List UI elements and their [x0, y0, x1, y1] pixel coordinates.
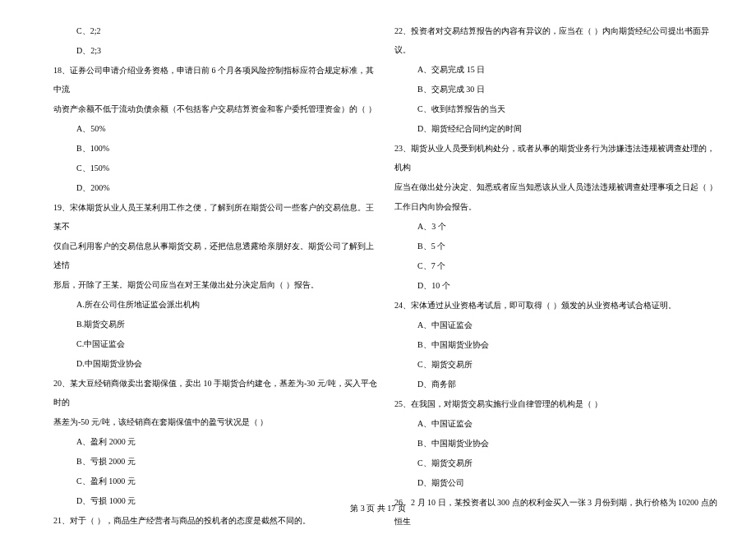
q23-stem-line1: 23、期货从业人员受到机构处分，或者从事的期货业务行为涉嫌违法违规被调查处理的，… [394, 139, 719, 177]
q19-stem-line3: 形后，开除了王某。期货公司应当在对王某做出处分决定后向（ ）报告。 [53, 275, 378, 294]
q19-stem-line2: 仅自己利用客户的交易信息从事期货交易，还把信息透露给亲朋好友。期货公司了解到上述… [53, 237, 378, 274]
q24-stem-line1: 24、宋体通过从业资格考试后，即可取得（ ）颁发的从业资格考试合格证明。 [394, 296, 719, 315]
q25-opt-a: A、中国证监会 [394, 414, 719, 433]
q20-opt-b: B、亏损 2000 元 [53, 452, 378, 471]
page-wrap: C、2;2 D、2;3 18、证券公司申请介绍业务资格，申请日前 6 个月各项风… [0, 0, 756, 493]
q24-opt-a: A、中国证监会 [394, 315, 719, 334]
q24-opt-d: D、商务部 [394, 375, 719, 394]
option-d: D、2;3 [53, 41, 378, 60]
q23-opt-b: B、5 个 [394, 237, 719, 255]
q19-opt-d: D.中国期货业协会 [53, 354, 378, 373]
page-footer: 第 3 页 共 17 页 [0, 503, 756, 514]
q18-opt-d: D、200% [53, 178, 378, 197]
q23-opt-a: A、3 个 [394, 217, 719, 236]
q22-opt-d: D、期货经纪合同约定的时间 [394, 119, 719, 138]
q23-opt-c: C、7 个 [394, 256, 719, 275]
q18-opt-b: B、100% [53, 139, 378, 158]
q20-opt-a: A、盈利 2000 元 [53, 432, 378, 451]
q19-opt-c: C.中国证监会 [53, 334, 378, 353]
q22-stem-line1: 22、投资者对交易结算报告的内容有异议的，应当在（ ）内向期货经纪公司提出书面异… [394, 21, 719, 59]
q23-stem-line2: 应当在做出处分决定、知悉或者应当知悉该从业人员违法违规被调查处理事项之日起（ ） [394, 177, 719, 196]
q18-stem-line2: 动资产余额不低于流动负债余额（不包括客户交易结算资金和客户委托管理资金）的（ ） [53, 99, 378, 118]
q25-opt-c: C、期货交易所 [394, 453, 719, 472]
q18-opt-a: A、50% [53, 119, 378, 138]
q20-stem-line1: 20、某大豆经销商做卖出套期保值，卖出 10 手期货合约建仓，基差为-30 元/… [53, 374, 378, 412]
q22-opt-a: A、交易完成 15 日 [394, 60, 719, 79]
q20-stem-line2: 基差为-50 元/吨，该经销商在套期保值中的盈亏状况是（ ） [53, 412, 378, 431]
q25-stem-line1: 25、在我国，对期货交易实施行业自律管理的机构是（ ） [394, 394, 719, 413]
q19-opt-b: B.期货交易所 [53, 315, 378, 334]
option-c: C、2;2 [53, 21, 378, 40]
q24-opt-c: C、期货交易所 [394, 355, 719, 374]
q24-opt-b: B、中国期货业协会 [394, 335, 719, 354]
q22-opt-c: C、收到结算报告的当天 [394, 99, 719, 118]
q18-opt-c: C、150% [53, 159, 378, 177]
q19-opt-a: A.所在公司住所地证监会派出机构 [53, 295, 378, 314]
q19-stem-line1: 19、宋体期货从业人员王某利用工作之便，了解到所在期货公司一些客户的交易信息。王… [53, 198, 378, 236]
q23-stem-line3: 工作日内向协会报告。 [394, 197, 719, 216]
q25-opt-b: B、中国期货业协会 [394, 434, 719, 453]
q22-opt-b: B、交易完成 30 日 [394, 80, 719, 99]
q25-opt-d: D、期货公司 [394, 473, 719, 492]
q18-stem-line1: 18、证券公司申请介绍业务资格，申请日前 6 个月各项风险控制指标应符合规定标准… [53, 61, 378, 99]
right-column: 22、投资者对交易结算报告的内容有异议的，应当在（ ）内向期货经纪公司提出书面异… [386, 21, 731, 493]
left-column: C、2;2 D、2;3 18、证券公司申请介绍业务资格，申请日前 6 个月各项风… [25, 21, 386, 493]
q21-opt-a: A、信用风险 [53, 531, 378, 534]
q23-opt-d: D、10 个 [394, 276, 719, 295]
q20-opt-c: C、盈利 1000 元 [53, 472, 378, 490]
